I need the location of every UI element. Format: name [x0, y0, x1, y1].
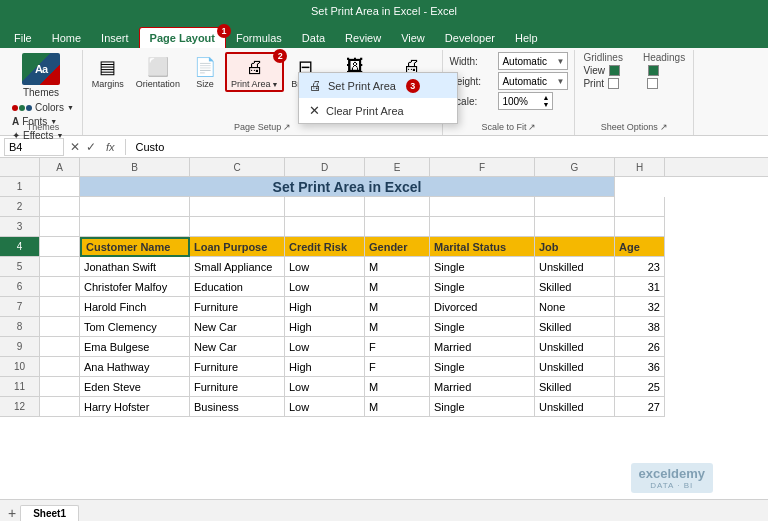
- col-header-f[interactable]: F: [430, 158, 535, 176]
- row-num-10[interactable]: 10: [0, 357, 39, 377]
- cell-b6[interactable]: Christofer Malfoy: [80, 277, 190, 297]
- cell-a6[interactable]: [40, 277, 80, 297]
- scale-spinner[interactable]: ▲▼: [543, 94, 550, 108]
- width-input[interactable]: Automatic ▼: [498, 52, 568, 70]
- row-num-1[interactable]: 1: [0, 177, 39, 197]
- cell-title[interactable]: Set Print Area in Excel: [80, 177, 615, 197]
- cell-f9[interactable]: Married: [430, 337, 535, 357]
- cell-e12[interactable]: M: [365, 397, 430, 417]
- row-num-9[interactable]: 9: [0, 337, 39, 357]
- cell-a2[interactable]: [40, 197, 80, 217]
- cell-g4[interactable]: Job: [535, 237, 615, 257]
- cell-f10[interactable]: Single: [430, 357, 535, 377]
- cell-f11[interactable]: Married: [430, 377, 535, 397]
- tab-home[interactable]: Home: [42, 28, 91, 48]
- cell-b7[interactable]: Harold Finch: [80, 297, 190, 317]
- cell-d3[interactable]: [285, 217, 365, 237]
- cell-g7[interactable]: None: [535, 297, 615, 317]
- cell-d4[interactable]: Credit Risk: [285, 237, 365, 257]
- cell-a7[interactable]: [40, 297, 80, 317]
- cell-a11[interactable]: [40, 377, 80, 397]
- cell-g5[interactable]: Unskilled: [535, 257, 615, 277]
- formula-input[interactable]: Custo: [132, 141, 764, 153]
- headings-view-checkbox[interactable]: [648, 65, 659, 76]
- cell-g11[interactable]: Skilled: [535, 377, 615, 397]
- cell-h2[interactable]: [615, 197, 665, 217]
- col-header-g[interactable]: G: [535, 158, 615, 176]
- row-num-3[interactable]: 3: [0, 217, 39, 237]
- gridlines-view-checkbox[interactable]: [609, 65, 620, 76]
- size-button[interactable]: 📄 Size: [187, 52, 223, 91]
- themes-button[interactable]: Aa Themes: [10, 52, 72, 99]
- cell-h9[interactable]: 26: [615, 337, 665, 357]
- cell-f3[interactable]: [430, 217, 535, 237]
- cell-g2[interactable]: [535, 197, 615, 217]
- orientation-button[interactable]: ⬜ Orientation: [131, 52, 185, 91]
- cell-c2[interactable]: [190, 197, 285, 217]
- cell-a4[interactable]: [40, 237, 80, 257]
- cell-c10[interactable]: Furniture: [190, 357, 285, 377]
- cell-b2[interactable]: [80, 197, 190, 217]
- col-header-h[interactable]: H: [615, 158, 665, 176]
- tab-view[interactable]: View: [391, 28, 435, 48]
- cell-d9[interactable]: Low: [285, 337, 365, 357]
- cell-a3[interactable]: [40, 217, 80, 237]
- cell-e9[interactable]: F: [365, 337, 430, 357]
- row-num-7[interactable]: 7: [0, 297, 39, 317]
- cell-c3[interactable]: [190, 217, 285, 237]
- cell-g6[interactable]: Skilled: [535, 277, 615, 297]
- cell-e10[interactable]: F: [365, 357, 430, 377]
- cell-f6[interactable]: Single: [430, 277, 535, 297]
- tab-data[interactable]: Data: [292, 28, 335, 48]
- cell-c12[interactable]: Business: [190, 397, 285, 417]
- cell-c8[interactable]: New Car: [190, 317, 285, 337]
- cell-f4[interactable]: Marital Status: [430, 237, 535, 257]
- cell-h8[interactable]: 38: [615, 317, 665, 337]
- cell-b3[interactable]: [80, 217, 190, 237]
- cell-c5[interactable]: Small Appliance: [190, 257, 285, 277]
- cell-f7[interactable]: Divorced: [430, 297, 535, 317]
- row-num-11[interactable]: 11: [0, 377, 39, 397]
- set-print-area-item[interactable]: 🖨 Set Print Area 3: [299, 73, 457, 98]
- confirm-formula-button[interactable]: ✓: [84, 140, 98, 154]
- cell-h7[interactable]: 32: [615, 297, 665, 317]
- cell-a8[interactable]: [40, 317, 80, 337]
- row-num-4[interactable]: 4: [0, 237, 39, 257]
- col-header-a[interactable]: A: [40, 158, 80, 176]
- cell-f2[interactable]: [430, 197, 535, 217]
- margins-button[interactable]: ▤ Margins: [87, 52, 129, 91]
- cell-d8[interactable]: High: [285, 317, 365, 337]
- cell-a12[interactable]: [40, 397, 80, 417]
- tab-help[interactable]: Help: [505, 28, 548, 48]
- cell-h10[interactable]: 36: [615, 357, 665, 377]
- cell-h4[interactable]: Age: [615, 237, 665, 257]
- cell-f5[interactable]: Single: [430, 257, 535, 277]
- cell-e3[interactable]: [365, 217, 430, 237]
- print-area-button[interactable]: 🖨 Print Area ▼ 2: [225, 52, 284, 92]
- cell-b5[interactable]: Jonathan Swift: [80, 257, 190, 277]
- headings-print-checkbox[interactable]: [647, 78, 658, 89]
- sheet-options-expand-icon[interactable]: ↗: [660, 122, 668, 132]
- clear-print-area-item[interactable]: ✕ Clear Print Area: [299, 98, 457, 123]
- cell-g8[interactable]: Skilled: [535, 317, 615, 337]
- cell-h3[interactable]: [615, 217, 665, 237]
- cell-e11[interactable]: M: [365, 377, 430, 397]
- height-input[interactable]: Automatic ▼: [498, 72, 568, 90]
- cell-e6[interactable]: M: [365, 277, 430, 297]
- cell-d12[interactable]: Low: [285, 397, 365, 417]
- cell-a1[interactable]: [40, 177, 80, 197]
- row-num-2[interactable]: 2: [0, 197, 39, 217]
- cell-e2[interactable]: [365, 197, 430, 217]
- page-setup-expand-icon[interactable]: ↗: [283, 122, 291, 132]
- cell-c11[interactable]: Furniture: [190, 377, 285, 397]
- cell-b11[interactable]: Eden Steve: [80, 377, 190, 397]
- cell-c9[interactable]: New Car: [190, 337, 285, 357]
- cell-g10[interactable]: Unskilled: [535, 357, 615, 377]
- tab-formulas[interactable]: Formulas: [226, 28, 292, 48]
- cell-a5[interactable]: [40, 257, 80, 277]
- cell-b4[interactable]: Customer Name: [80, 237, 190, 257]
- cell-g3[interactable]: [535, 217, 615, 237]
- col-header-b[interactable]: B: [80, 158, 190, 176]
- col-header-d[interactable]: D: [285, 158, 365, 176]
- cell-b12[interactable]: Harry Hofster: [80, 397, 190, 417]
